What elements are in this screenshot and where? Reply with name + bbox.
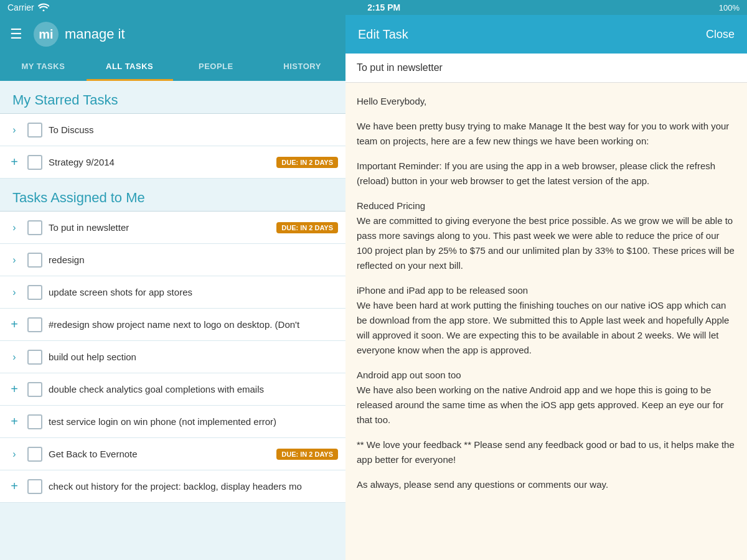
edit-task-title: Edit Task [358, 27, 408, 42]
expand-icon[interactable]: › [7, 350, 21, 364]
task-row[interactable]: + double check analytics goal completion… [0, 373, 345, 406]
left-panel: ☰ mi manage it MY TASKS ALL TASKS PEOPLE… [0, 15, 345, 560]
task-row[interactable]: › Get Back to Evernote DUE: IN 2 DAYS [0, 438, 345, 470]
due-badge: DUE: IN 2 DAYS [276, 449, 338, 460]
task-row[interactable]: › To Discuss [0, 114, 345, 146]
task-label: redesign [49, 254, 338, 265]
task-row[interactable]: + check out history for the project: bac… [0, 470, 345, 503]
task-label: To put in newsletter [49, 222, 270, 233]
tab-people[interactable]: PEOPLE [173, 54, 260, 81]
status-bar: Carrier 2:15 PM 100% [0, 0, 747, 15]
app-name-label: manage it [65, 26, 125, 42]
task-checkbox[interactable] [27, 155, 42, 170]
task-title-bar: To put in newsletter [345, 54, 747, 83]
due-badge: DUE: IN 2 DAYS [276, 157, 338, 168]
app-header: ☰ mi manage it [0, 15, 345, 54]
add-icon[interactable]: + [7, 383, 21, 396]
task-checkbox[interactable] [27, 317, 42, 332]
task-row[interactable]: › redesign [0, 244, 345, 276]
task-row[interactable]: + Strategy 9/2014 DUE: IN 2 DAYS [0, 146, 345, 179]
task-checkbox[interactable] [27, 350, 42, 365]
add-icon[interactable]: + [7, 415, 21, 429]
task-label: check out history for the project: backl… [49, 481, 338, 492]
due-badge: DUE: IN 2 DAYS [276, 222, 338, 233]
tab-all-tasks[interactable]: ALL TASKS [87, 54, 173, 81]
task-label: To Discuss [49, 124, 338, 135]
wifi-icon [38, 2, 49, 13]
content-para-0: Hello Everybody, [357, 94, 736, 109]
task-row[interactable]: + test service login on win phone (not i… [0, 406, 345, 438]
task-checkbox[interactable] [27, 382, 42, 397]
content-para-7: As always, please send any questions or … [357, 477, 736, 492]
task-label: Strategy 9/2014 [49, 157, 270, 167]
starred-section-heading: My Starred Tasks [0, 81, 345, 113]
app-logo: mi manage it [32, 21, 125, 48]
svg-text:mi: mi [39, 27, 53, 41]
expand-icon[interactable]: › [7, 123, 21, 137]
expand-icon[interactable]: › [7, 447, 21, 461]
nav-tabs: MY TASKS ALL TASKS PEOPLE HISTORY [0, 54, 345, 81]
task-label: #redesign show project name next to logo… [49, 319, 338, 330]
task-checkbox[interactable] [27, 253, 42, 268]
task-label: build out help section [49, 352, 338, 362]
add-icon[interactable]: + [7, 318, 21, 332]
tab-history[interactable]: HISTORY [259, 54, 345, 81]
edit-header: Edit Task Close [345, 15, 747, 54]
task-row[interactable]: › update screen shots for app stores [0, 276, 345, 309]
logo-svg: mi [32, 21, 60, 48]
tab-my-tasks[interactable]: MY TASKS [0, 54, 87, 81]
content-para-6: ** We love your feedback ** Please send … [357, 437, 736, 467]
task-checkbox[interactable] [27, 479, 42, 494]
left-scroll: My Starred Tasks › To Discuss + Strategy… [0, 81, 345, 560]
task-label: Get Back to Evernote [49, 449, 270, 459]
task-row[interactable]: › build out help section [0, 341, 345, 373]
assigned-section-heading: Tasks Assigned to Me [0, 179, 345, 211]
task-checkbox[interactable] [27, 447, 42, 462]
main-area: ☰ mi manage it MY TASKS ALL TASKS PEOPLE… [0, 15, 747, 560]
task-checkbox[interactable] [27, 220, 42, 235]
task-label: test service login on win phone (not imp… [49, 416, 338, 427]
task-checkbox[interactable] [27, 123, 42, 138]
expand-icon[interactable]: › [7, 221, 21, 235]
hamburger-icon[interactable]: ☰ [10, 26, 22, 42]
task-checkbox[interactable] [27, 414, 42, 429]
content-para-5: Android app out soon too We have also be… [357, 368, 736, 427]
status-time: 2:15 PM [367, 2, 400, 12]
edit-task-panel: Edit Task Close To put in newsletter Hel… [345, 15, 747, 560]
add-icon[interactable]: + [7, 480, 21, 493]
task-row[interactable]: + #redesign show project name next to lo… [0, 309, 345, 341]
task-row[interactable]: › To put in newsletter DUE: IN 2 DAYS [0, 212, 345, 244]
content-para-4: iPhone and iPad app to be released soon … [357, 283, 736, 358]
content-para-2: Important Reminder: If you are using the… [357, 159, 736, 189]
close-button[interactable]: Close [706, 28, 735, 41]
expand-icon[interactable]: › [7, 286, 21, 299]
add-icon[interactable]: + [7, 156, 21, 169]
task-label: double check analytics goal completions … [49, 384, 338, 394]
content-para-1: We have been pretty busy trying to make … [357, 119, 736, 149]
task-label: update screen shots for app stores [49, 287, 338, 297]
task-content: Hello Everybody, We have been pretty bus… [345, 83, 747, 560]
task-checkbox[interactable] [27, 285, 42, 300]
status-carrier: Carrier [7, 2, 49, 13]
status-battery: 100% [719, 3, 740, 12]
content-para-3: Reduced Pricing We are committed to givi… [357, 198, 736, 273]
expand-icon[interactable]: › [7, 253, 21, 267]
